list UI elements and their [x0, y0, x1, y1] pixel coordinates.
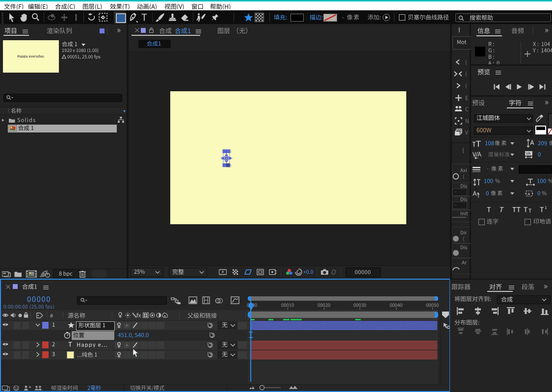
svg-text:A: A — [527, 192, 530, 196]
svg-text:VA: VA — [526, 151, 531, 156]
